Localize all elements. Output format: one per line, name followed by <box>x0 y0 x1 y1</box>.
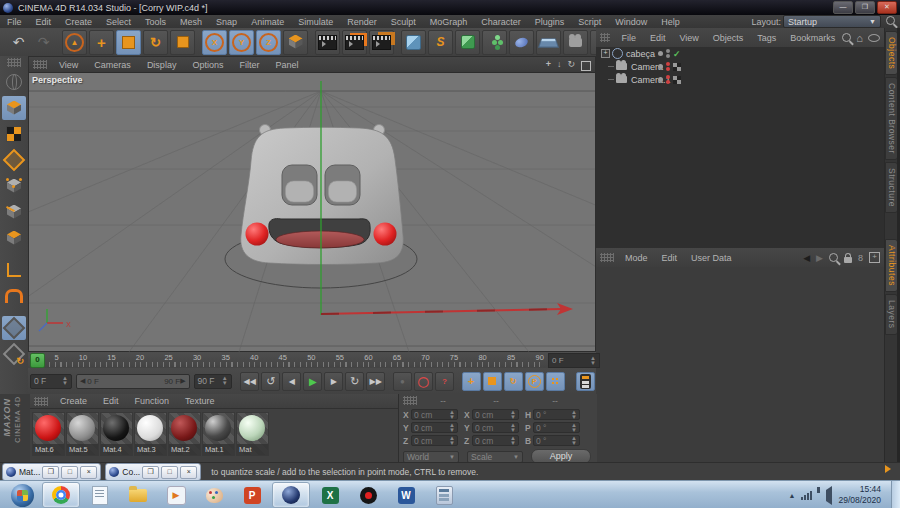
rot-b-field[interactable]: 0 °▲▼ <box>533 435 580 446</box>
taskbar-notepad[interactable] <box>82 483 118 507</box>
menu-select[interactable]: Select <box>99 17 138 27</box>
loop-button[interactable]: ↻ <box>345 372 364 391</box>
last-tool[interactable] <box>170 30 195 55</box>
enable-snap-button[interactable] <box>2 284 26 308</box>
viewport-menu-options[interactable]: Options <box>184 60 231 70</box>
add-camera-button[interactable] <box>563 30 588 55</box>
object-name[interactable]: cabeça <box>626 49 655 59</box>
objects-grip[interactable] <box>600 33 610 42</box>
size-y-field[interactable]: 0 cm▲▼ <box>472 422 519 433</box>
material-thumbnail[interactable]: Mat.6 <box>32 412 65 456</box>
add-cube-button[interactable] <box>401 30 426 55</box>
live-selection-tool[interactable]: ▲ <box>62 30 87 55</box>
y-axis-lock[interactable]: Y <box>229 30 254 55</box>
viewport-rotate-icon[interactable]: ↻ <box>567 59 575 71</box>
minimized-window-coordinates[interactable]: Co... ❒ □ × <box>105 463 201 481</box>
close-button[interactable]: ✕ <box>877 1 897 14</box>
autokey-button[interactable]: ◯ <box>414 372 433 391</box>
scale-tool[interactable] <box>116 30 141 55</box>
rot-h-field[interactable]: 0 °▲▼ <box>533 409 580 420</box>
lock-workplane-button[interactable] <box>2 316 26 340</box>
home-icon[interactable]: ⌂ <box>856 32 863 44</box>
coordinate-system-button[interactable] <box>283 30 308 55</box>
miniwin-close-button[interactable]: × <box>180 466 197 479</box>
pos-z-field[interactable]: 0 cm▲▼ <box>411 435 458 446</box>
history-forward-icon[interactable]: ▶ <box>816 253 823 263</box>
visibility-dots[interactable] <box>666 75 670 84</box>
viewport-menu-cameras[interactable]: Cameras <box>86 60 139 70</box>
tray-clock[interactable]: 15:44 29/08/2020 <box>838 484 881 505</box>
menu-file[interactable]: File <box>0 17 29 27</box>
material-menu-function[interactable]: Function <box>127 396 178 406</box>
menu-script[interactable]: Script <box>571 17 608 27</box>
show-desktop-button[interactable] <box>891 481 900 508</box>
viewport-grip[interactable] <box>33 60 47 69</box>
taskbar-recorder[interactable] <box>350 483 386 507</box>
menu-mesh[interactable]: Mesh <box>173 17 209 27</box>
history-stack-icon[interactable]: 8 <box>858 253 863 263</box>
taskbar-chrome[interactable] <box>42 482 80 508</box>
minimize-button[interactable]: — <box>833 1 853 14</box>
attributes-menu-userdata[interactable]: User Data <box>684 253 739 263</box>
viewport-menu-display[interactable]: Display <box>139 60 185 70</box>
taskbar-media-player[interactable]: ▶ <box>158 483 194 507</box>
play-button[interactable]: ▶ <box>303 372 322 391</box>
points-mode-button[interactable] <box>2 174 26 198</box>
coordinate-space-dropdown[interactable]: World▼ <box>403 451 459 463</box>
viewport-toggle-icon[interactable] <box>581 61 591 71</box>
search-icon[interactable] <box>886 16 895 25</box>
taskbar-word[interactable]: W <box>388 483 424 507</box>
goto-end-button[interactable]: ▶▶ <box>366 372 385 391</box>
miniwin-close-button[interactable]: × <box>80 466 97 479</box>
material-thumbnail[interactable]: Mat.2 <box>168 412 201 456</box>
view-label[interactable]: Perspective <box>32 75 83 85</box>
key-scale-button[interactable] <box>483 372 502 391</box>
timeline-window-button[interactable] <box>576 372 595 391</box>
miniwin-maximize-button[interactable]: □ <box>161 466 178 479</box>
pos-y-field[interactable]: 0 cm▲▼ <box>411 422 458 433</box>
material-menu-create[interactable]: Create <box>52 396 95 406</box>
coordinates-grip[interactable] <box>403 396 417 405</box>
render-picture-viewer-button[interactable] <box>342 30 367 55</box>
viewport-menu-panel[interactable]: Panel <box>267 60 306 70</box>
workplane-mode-button[interactable] <box>2 148 26 172</box>
menu-simulate[interactable]: Simulate <box>291 17 340 27</box>
material-grip[interactable] <box>34 397 48 406</box>
menu-render[interactable]: Render <box>340 17 384 27</box>
frame-range-slider[interactable]: ◀0 F 90 F▶ <box>76 374 190 389</box>
z-axis-lock[interactable]: Z <box>256 30 281 55</box>
move-tool[interactable]: + <box>89 30 114 55</box>
previous-frame-button[interactable]: ◀ <box>282 372 301 391</box>
x-axis-lock[interactable]: X <box>202 30 227 55</box>
menu-window[interactable]: Window <box>608 17 654 27</box>
eye-icon[interactable] <box>868 34 880 42</box>
taskbar-calculator[interactable] <box>426 483 462 507</box>
miniwin-restore-button[interactable]: ❒ <box>42 466 59 479</box>
tray-expand-icon[interactable]: ▲ <box>789 492 796 499</box>
lock-icon[interactable] <box>844 257 852 263</box>
history-back-icon[interactable]: ◀ <box>803 253 810 263</box>
record-button-disabled[interactable]: ● <box>393 372 412 391</box>
key-parameter-button[interactable]: P <box>525 372 544 391</box>
attributes-search-icon[interactable] <box>829 253 838 262</box>
expand-icon[interactable]: + <box>601 49 610 58</box>
enable-axis-button[interactable] <box>2 258 26 282</box>
menu-snap[interactable]: Snap <box>209 17 244 27</box>
attributes-grip[interactable] <box>600 253 614 262</box>
object-row-camera[interactable]: Camera <box>596 60 884 73</box>
object-row-cabeca[interactable]: + cabeça ✓ <box>596 47 884 60</box>
key-pla-button[interactable] <box>546 372 565 391</box>
add-deformer-button[interactable] <box>509 30 534 55</box>
key-rotation-button[interactable]: ↻ <box>504 372 523 391</box>
material-menu-texture[interactable]: Texture <box>177 396 223 406</box>
rotate-tool[interactable]: ↻ <box>143 30 168 55</box>
goto-start-button[interactable]: ◀◀ <box>240 372 259 391</box>
polygons-mode-button[interactable] <box>2 226 26 250</box>
play-backward-button[interactable]: ↺ <box>261 372 280 391</box>
keyframe-help-button[interactable]: ? <box>435 372 454 391</box>
size-x-field[interactable]: 0 cm▲▼ <box>472 409 519 420</box>
material-menu-edit[interactable]: Edit <box>95 396 127 406</box>
taskbar-powerpoint[interactable]: P <box>234 483 270 507</box>
add-mograph-button[interactable] <box>482 30 507 55</box>
enabled-check-icon[interactable]: ✓ <box>673 49 681 59</box>
